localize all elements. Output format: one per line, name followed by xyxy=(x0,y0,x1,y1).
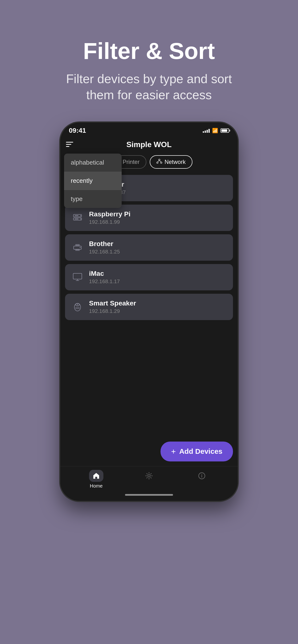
svg-point-9 xyxy=(161,162,162,164)
device-card-imac[interactable]: iMac 192.168.1.17 xyxy=(65,264,233,290)
page-title: Filter & Sort xyxy=(55,38,243,64)
smart-speaker-name: Smart Speaker xyxy=(89,300,227,307)
brother-name: Brother xyxy=(89,240,227,248)
dropdown-item-recently[interactable]: recently xyxy=(64,172,122,190)
svg-point-21 xyxy=(80,218,81,220)
svg-rect-1 xyxy=(66,144,71,145)
sort-dropdown[interactable]: alphabetical recently type xyxy=(64,154,122,208)
svg-line-10 xyxy=(158,160,159,162)
nav-bar: Simple WOL xyxy=(60,136,238,153)
raspberry-pi-icon-wrap xyxy=(71,212,84,224)
svg-rect-25 xyxy=(75,244,80,246)
nav-title: Simple WOL xyxy=(126,140,172,149)
raspberry-pi-info: Raspberry Pi 192.168.1.99 xyxy=(89,210,227,225)
plus-icon: + xyxy=(171,447,176,456)
signal-bars-icon xyxy=(203,128,210,133)
wifi-icon: 📶 xyxy=(212,128,218,134)
raspberry-pi-name: Raspberry Pi xyxy=(89,210,227,218)
settings-tab-icon-wrap xyxy=(142,470,156,482)
info-tab-icon-wrap xyxy=(195,470,209,482)
dropdown-item-alphabetical[interactable]: alphabetical xyxy=(64,154,122,172)
device-card-brother[interactable]: Brother 192.168.1.25 xyxy=(65,234,233,261)
battery-icon xyxy=(221,128,229,133)
svg-line-11 xyxy=(159,160,161,162)
svg-rect-26 xyxy=(75,249,80,251)
status-icons: 📶 xyxy=(203,128,229,134)
add-devices-label: Add Devices xyxy=(179,447,222,456)
phone-notch xyxy=(123,122,175,131)
imac-info: iMac 192.168.1.17 xyxy=(89,270,227,284)
device-list: Nas Server 192.168.178.37 xyxy=(60,172,238,438)
add-devices-button[interactable]: + Add Devices xyxy=(161,442,233,462)
sort-button[interactable] xyxy=(66,142,73,147)
filter-chip-network[interactable]: Network xyxy=(150,155,192,169)
svg-rect-23 xyxy=(75,218,78,219)
tab-bar: Home xyxy=(60,466,238,491)
smart-speaker-icon-wrap xyxy=(71,301,84,313)
add-btn-row: + Add Devices xyxy=(60,438,238,466)
svg-point-8 xyxy=(157,162,158,164)
phone-frame: 09:41 📶 Simple WOL xyxy=(60,122,238,501)
svg-point-20 xyxy=(80,215,81,216)
svg-rect-28 xyxy=(73,273,82,279)
imac-icon-wrap xyxy=(71,271,84,284)
tab-home[interactable]: Home xyxy=(87,470,106,489)
home-tab-icon-wrap xyxy=(89,470,103,482)
page-header: Filter & Sort Filter devices by type and… xyxy=(55,38,243,103)
app-content: Simple WOL alphabetical recently type xyxy=(60,136,238,500)
device-card-smart-speaker[interactable]: Smart Speaker 192.168.1.29 xyxy=(65,294,233,320)
tab-info[interactable] xyxy=(192,470,211,482)
brother-icon-wrap xyxy=(71,241,84,254)
status-time: 09:41 xyxy=(69,127,86,134)
tab-settings[interactable] xyxy=(139,470,159,482)
raspberry-pi-ip: 192.168.1.99 xyxy=(89,219,227,225)
brother-ip: 192.168.1.25 xyxy=(89,249,227,255)
svg-point-7 xyxy=(159,159,160,160)
brother-info: Brother 192.168.1.25 xyxy=(89,240,227,255)
home-indicator xyxy=(125,494,173,496)
svg-rect-22 xyxy=(75,215,78,216)
imac-ip: 192.168.1.17 xyxy=(89,278,227,284)
page-subtitle: Filter devices by type and sort them for… xyxy=(55,71,243,103)
filter-chip-network-label: Network xyxy=(165,158,186,165)
svg-point-27 xyxy=(80,247,81,248)
network-chip-icon xyxy=(157,159,162,165)
imac-name: iMac xyxy=(89,270,227,278)
svg-point-33 xyxy=(77,304,78,305)
home-tab-label: Home xyxy=(90,483,102,489)
smart-speaker-info: Smart Speaker 192.168.1.29 xyxy=(89,300,227,314)
dropdown-item-type[interactable]: type xyxy=(64,190,122,208)
svg-rect-2 xyxy=(66,146,69,147)
svg-point-36 xyxy=(148,474,150,477)
filter-chip-printer-label: Printer xyxy=(123,158,140,165)
svg-rect-0 xyxy=(66,142,73,142)
home-bar xyxy=(60,491,238,500)
svg-point-39 xyxy=(202,474,202,474)
smart-speaker-ip: 192.168.1.29 xyxy=(89,308,227,314)
device-card-raspberry-pi[interactable]: Raspberry Pi 192.168.1.99 xyxy=(65,204,233,231)
